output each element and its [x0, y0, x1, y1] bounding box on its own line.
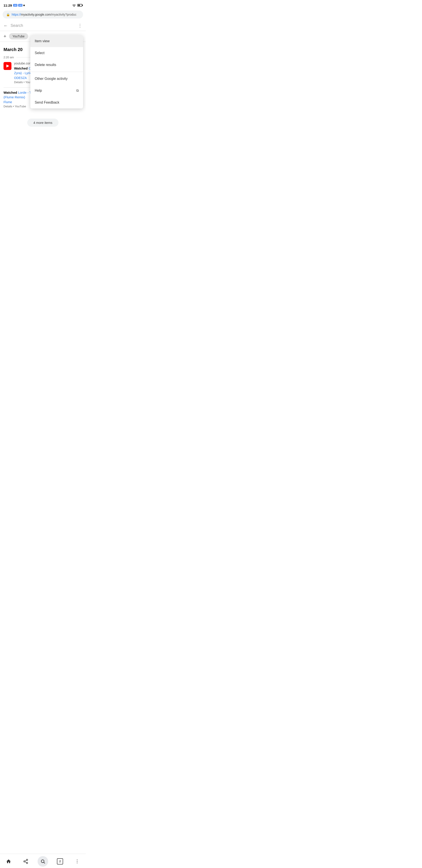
home-icon [6, 859, 11, 864]
home-button[interactable] [3, 857, 14, 866]
share-icon [23, 859, 28, 864]
dropdown-item-select[interactable]: Select [30, 47, 83, 59]
youtube-icon-1 [3, 62, 11, 70]
status-bar: 11:29 GE GE [0, 0, 86, 10]
svg-point-0 [26, 859, 28, 861]
search-button[interactable] [38, 856, 48, 867]
browser-menu-button[interactable] [72, 857, 83, 866]
time-label: 2:20 am [3, 56, 14, 59]
search-bar: ← Search ⋮ [0, 20, 86, 31]
dropdown-item-view-label: Item view [35, 39, 50, 43]
browser-more-icon [74, 859, 80, 864]
dropdown-item-help-label: Help [35, 89, 42, 93]
more-options-button[interactable]: ⋮ [78, 23, 82, 28]
dropdown-item-feedback[interactable]: Send Feedback [30, 97, 83, 108]
external-link-icon: ⧉ [76, 89, 79, 93]
more-items-button[interactable]: 4 more items [27, 119, 59, 127]
wifi-icon [72, 4, 76, 7]
dropdown-item-other-label: Other Google activity [35, 77, 67, 81]
svg-point-5 [41, 860, 44, 863]
dropdown-item-delete[interactable]: Delete results [30, 59, 83, 71]
dropdown-item-other[interactable]: Other Google activity [30, 73, 83, 85]
battery-icon [77, 4, 82, 7]
ge-badge-2: GE [18, 4, 23, 7]
url-path: /myactivity?produc [51, 13, 76, 16]
dropdown-item-feedback-label: Send Feedback [35, 100, 59, 104]
bottom-nav: 2 [0, 854, 86, 868]
share-button[interactable] [21, 857, 31, 866]
status-icons-right [72, 4, 82, 7]
watched-label-1: Watched [14, 66, 29, 70]
svg-line-6 [44, 862, 45, 863]
svg-point-9 [77, 863, 77, 863]
youtube-filter-chip[interactable]: YouTube [9, 33, 28, 39]
url-domain: myactivity.google.com [21, 13, 51, 16]
status-time: 11:29 [3, 3, 12, 7]
tabs-count-badge: 2 [57, 858, 63, 865]
dropdown-item-help[interactable]: Help ⧉ [30, 85, 83, 97]
dropdown-item-delete-label: Delete results [35, 63, 56, 67]
dropdown-item-view[interactable]: Item view [30, 35, 83, 47]
ge-badge-1: GE [13, 4, 18, 7]
url-bar[interactable]: 🔒 https://myactivity.google.com/myactivi… [3, 10, 83, 19]
dropdown-menu: Item view Select Delete results Other Go… [30, 35, 83, 108]
notification-dot [23, 5, 25, 6]
svg-point-2 [26, 862, 28, 864]
url-text: https://myactivity.google.com/myactivity… [12, 13, 76, 16]
yt-play-icon-1 [6, 64, 9, 67]
search-input[interactable]: Search [10, 23, 78, 28]
tabs-button[interactable]: 2 [55, 857, 65, 866]
add-filter-button[interactable]: + [3, 33, 6, 39]
more-items-container: 4 more items [0, 115, 86, 130]
lock-icon: 🔒 [6, 13, 10, 16]
svg-point-8 [77, 861, 77, 862]
back-button[interactable]: ← [3, 23, 8, 28]
dropdown-item-select-label: Select [35, 51, 44, 55]
tabs-count: 2 [59, 860, 61, 863]
svg-line-3 [25, 862, 27, 863]
svg-line-4 [25, 860, 27, 861]
watched-label-2: Watched [3, 91, 18, 94]
url-protocol: https:// [12, 13, 21, 16]
svg-point-7 [77, 860, 77, 860]
search-icon [40, 859, 45, 864]
svg-point-1 [24, 861, 25, 862]
